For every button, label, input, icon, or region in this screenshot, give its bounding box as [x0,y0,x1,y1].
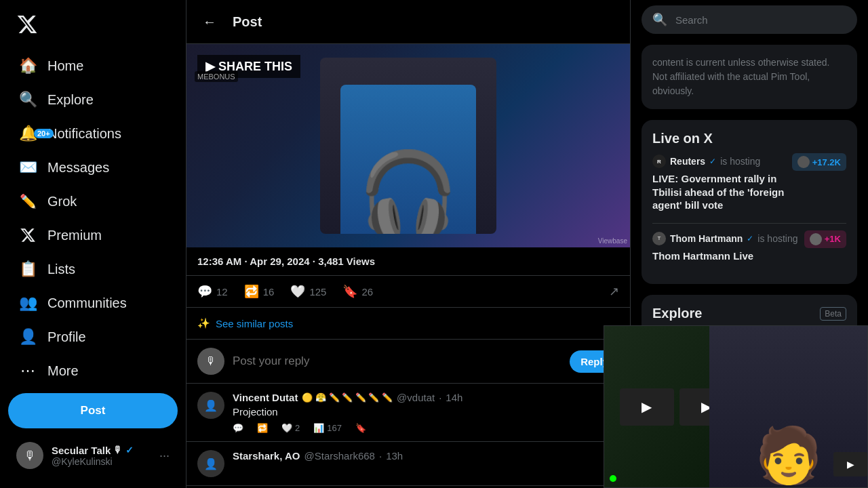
sidebar-item-label: Lists [47,262,75,277]
comment-retweet-icon: 🔁 [257,423,268,433]
share-button[interactable]: ↗ [609,284,619,299]
comment-like[interactable]: 🤍 2 [281,423,300,433]
x-logo[interactable] [8,5,178,46]
watermark: Viewbase [598,237,627,245]
beta-badge: Beta [820,307,846,321]
bookmark-count: 26 [361,286,373,298]
sidebar-item-lists[interactable]: 📋 Lists [8,252,178,286]
reply-input[interactable] [233,354,561,368]
streamer-figure: 🎧 [320,58,496,234]
sidebar-item-label: Home [47,58,83,74]
sidebar-item-label: Notifications [47,126,121,142]
host-avatar: T [652,232,666,245]
live-on-x-card: Live on X R Reuters ✓ is hosting LIVE: G… [642,120,857,284]
divider [652,223,846,224]
similar-posts-label: See similar posts [216,318,293,329]
comment-bookmark[interactable]: 🔖 [355,423,366,433]
notifications-icon: 🔔 20+ [19,125,37,142]
like-count: 125 [309,286,326,298]
commenter-name: Starshark, AO [233,450,300,462]
video-overlay[interactable]: ▶ ▶ 🧑 ▶ [604,325,868,488]
heart-icon: 🤍 [290,284,305,299]
left-sidebar: 🏠 Home 🔍 Explore 🔔 20+ Notifications ✉️ … [0,0,186,488]
bookmark-icon: 🔖 [342,284,357,299]
live-title: LIVE: Government rally in Tbilisi ahead … [652,172,788,212]
retweet-stat[interactable]: 🔁 16 [244,284,275,299]
commenter-handle: @vdutat [397,392,435,403]
comment-reply-icon: 💬 [233,423,243,433]
mic-icon: 🎙 [113,445,123,455]
like-stat[interactable]: 🤍 125 [290,284,326,299]
side-label: MEBONUS [195,71,238,82]
sidebar-item-label: Grok [47,194,77,209]
video-inner: ▶ ▶ 🧑 ▶ [604,326,867,487]
list-item: R Reuters ✓ is hosting LIVE: Government … [652,155,846,212]
sidebar-item-profile[interactable]: 👤 Profile [8,320,178,354]
sidebar-item-label: Messages [47,160,109,176]
search-box: 🔍 [642,5,857,34]
sidebar-item-premium[interactable]: Premium [8,218,178,252]
post-button[interactable]: Post [8,393,178,428]
user-name: Secular Talk 🎙 ✓ [52,445,151,456]
search-input[interactable] [675,14,846,26]
comment-time: · [439,392,441,403]
sidebar-item-notifications[interactable]: 🔔 20+ Notifications [8,117,178,150]
hosting-text: is hosting [757,233,797,244]
reply-icon: 💬 [197,284,212,299]
sidebar-item-messages[interactable]: ✉️ Messages [8,150,178,184]
sidebar-item-label: Communities [47,296,127,311]
sidebar-item-label: Profile [47,329,86,345]
live-title: Thom Hartmann Live [652,249,753,263]
explore-title: Explore [652,306,702,321]
info-card: content is current unless otherwise stat… [642,45,857,109]
host-verified-badge: ✓ [747,234,753,243]
commenter-emojis: 🟡 😤 ✏️ ✏️ ✏️ ✏️ ✏️ [302,392,393,403]
table-row: 👤 Vincent Dutat 🟡 😤 ✏️ ✏️ ✏️ ✏️ ✏️ @vdut… [186,384,630,442]
comment-reply[interactable]: 💬 [233,423,243,433]
main-content: ← Post ▶ SHARE THIS MEBONUS 🎧 Viewbase 1… [186,0,631,488]
home-icon: 🏠 [19,57,37,75]
reply-stat[interactable]: 💬 12 [197,284,228,299]
comment-like-count: 2 [295,423,300,433]
table-row: 👤 Starshark, AO @Starshark668 · 13h [186,442,630,486]
retweet-count: 16 [263,286,275,298]
sidebar-item-explore[interactable]: 🔍 Explore [8,83,178,117]
host-verified-badge: ✓ [709,157,716,166]
sidebar-item-label: Premium [47,228,102,243]
avatar: 👤 [197,450,224,477]
lists-icon: 📋 [19,260,37,278]
comment-retweet[interactable]: 🔁 [257,423,268,433]
notification-badge: 20+ [34,129,54,138]
explore-header: Explore Beta [652,306,846,321]
back-button[interactable]: ← [197,9,222,34]
comment-text: Projection [233,406,619,418]
avatar: 👤 [197,392,224,419]
viewer-badge: +1K [804,230,846,248]
user-profile-area[interactable]: 🎙 Secular Talk 🎙 ✓ @KyleKulinski ··· [8,434,178,477]
sidebar-item-grok[interactable]: ✏️ Grok [8,184,178,218]
sidebar-item-label: Explore [47,92,94,108]
search-icon: 🔍 [652,12,667,27]
sparkle-icon: ✨ [197,317,210,329]
similar-posts-button[interactable]: ✨ See similar posts [186,308,630,340]
youtube-thumbnail: ▶ [620,388,674,426]
user-more-icon[interactable]: ··· [159,449,170,463]
viewer-avatar [797,156,810,168]
bookmark-stat[interactable]: 🔖 26 [342,284,373,299]
media-placeholder[interactable]: ▶ SHARE THIS MEBONUS 🎧 Viewbase [186,44,630,247]
reply-box: 🎙 Reply [186,340,630,384]
post-title: Post [233,14,262,30]
profile-icon: 👤 [19,328,37,346]
more-icon: ⋯ [19,362,37,380]
list-item: T Thom Hartmann ✓ is hosting Thom Hartma… [652,232,846,263]
sidebar-item-communities[interactable]: 👥 Communities [8,286,178,320]
commenter-handle: @Starshark668 [304,450,375,462]
post-media: ▶ SHARE THIS MEBONUS 🎧 Viewbase [186,44,630,247]
premium-icon [19,226,37,244]
sidebar-item-more[interactable]: ⋯ More [8,354,178,388]
live-indicator [610,475,616,482]
post-metadata: 12:36 AM · Apr 29, 2024 · 3,481 Views [186,247,630,275]
sidebar-item-home[interactable]: 🏠 Home [8,49,178,83]
viewer-badge: +17.2K [792,153,846,171]
grok-icon: ✏️ [19,192,37,210]
